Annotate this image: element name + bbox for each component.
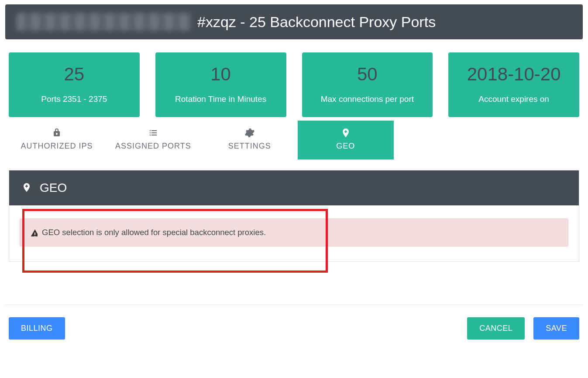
stat-label: Ports 2351 - 2375 — [13, 94, 135, 104]
cancel-button[interactable]: CANCEL — [467, 317, 525, 340]
stat-value: 10 — [160, 64, 282, 85]
stat-tiles: 25 Ports 2351 - 2375 10 Rotation Time in… — [9, 52, 579, 117]
stat-ports: 25 Ports 2351 - 2375 — [9, 52, 140, 117]
section-header: GEO — [9, 170, 579, 205]
stat-connections: 50 Max connections per port — [302, 52, 433, 117]
tab-label: ASSIGNED PORTS — [115, 142, 191, 150]
page-title: #xzqz - 25 Backconnect Proxy Ports — [197, 14, 436, 31]
redacted-domain — [17, 13, 191, 31]
tab-label: GEO — [336, 142, 355, 150]
alert-text: GEO selection is only allowed for specia… — [42, 228, 266, 237]
stat-label: Account expires on — [453, 94, 575, 104]
stat-value: 50 — [306, 64, 429, 85]
tab-label: AUTHORIZED IPS — [21, 142, 93, 150]
section-body: GEO selection is only allowed for specia… — [9, 205, 579, 261]
stat-value: 2018-10-20 — [453, 64, 575, 85]
stat-rotation: 10 Rotation Time in Minutes — [155, 52, 286, 117]
page-header: #xzqz - 25 Backconnect Proxy Ports — [5, 4, 583, 39]
geo-section: GEO GEO selection is only allowed for sp… — [9, 170, 579, 262]
tab-assigned-ports[interactable]: ASSIGNED PORTS — [105, 121, 202, 160]
stat-label: Max connections per port — [306, 94, 429, 104]
stat-expiry: 2018-10-20 Account expires on — [448, 52, 579, 117]
billing-button[interactable]: BILLING — [9, 317, 65, 340]
tab-bar: AUTHORIZED IPS ASSIGNED PORTS SETTINGS G… — [9, 121, 579, 160]
tab-settings[interactable]: SETTINGS — [202, 121, 298, 160]
geo-alert: GEO selection is only allowed for specia… — [20, 218, 568, 246]
tab-geo[interactable]: GEO — [298, 121, 394, 160]
footer-bar: BILLING CANCEL SAVE — [5, 305, 583, 340]
list-icon — [148, 128, 158, 138]
save-button[interactable]: SAVE — [533, 317, 579, 340]
section-title: GEO — [40, 181, 67, 195]
pin-plus-icon — [340, 128, 351, 138]
pin-plus-icon — [21, 182, 33, 194]
stat-value: 25 — [13, 64, 135, 85]
tab-label: SETTINGS — [228, 142, 271, 150]
lock-icon — [52, 128, 62, 138]
gear-icon — [244, 128, 255, 138]
tab-authorized-ips[interactable]: AUTHORIZED IPS — [9, 121, 105, 160]
warning-icon — [30, 229, 38, 236]
stat-label: Rotation Time in Minutes — [160, 94, 282, 104]
